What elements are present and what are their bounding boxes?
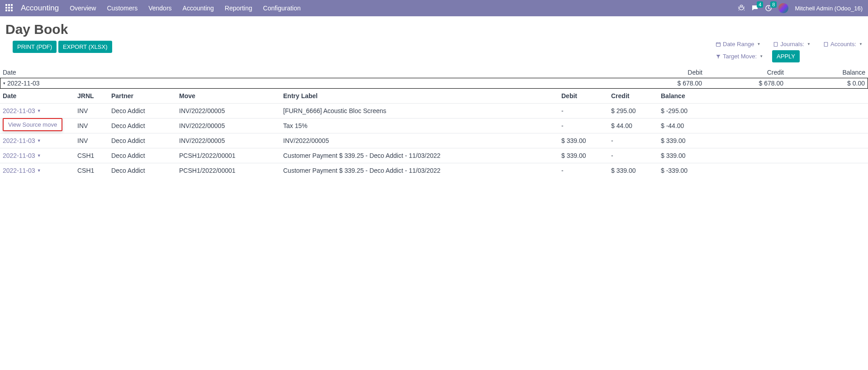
table-row: INVDeco AddictINV/2022/00005Tax 15%-$ 44… xyxy=(0,118,868,133)
row-date-cell: 2022-11-03 ▼ xyxy=(3,167,77,174)
accounts-filter[interactable]: Accounts: xyxy=(823,41,863,47)
row-jrnl: INV xyxy=(77,122,111,129)
navbar: Accounting Overview Customers Vendors Ac… xyxy=(0,0,868,16)
dh-entry: Entry Label xyxy=(283,92,561,100)
row-debit: - xyxy=(561,167,611,174)
row-entry: Tax 15% xyxy=(283,122,561,129)
row-entry: [FURN_6666] Acoustic Bloc Screens xyxy=(283,107,561,114)
nav-customers[interactable]: Customers xyxy=(107,5,138,12)
control-bar: PRINT (PDF) EXPORT (XLSX) Date Range Jou… xyxy=(0,41,868,67)
row-jrnl: INV xyxy=(77,107,111,114)
summary-balance: $ 0.00 xyxy=(783,80,865,87)
journals-label: Journals: xyxy=(780,41,804,47)
accounts-label: Accounts: xyxy=(830,41,856,47)
detail-body: 2022-11-03 ▼View Source moveINVDeco Addi… xyxy=(0,103,868,178)
row-credit: $ 295.00 xyxy=(611,107,661,114)
row-date-link[interactable]: 2022-11-03 ▼ xyxy=(3,107,41,114)
row-partner: Deco Addict xyxy=(111,122,179,129)
apply-button[interactable]: APPLY xyxy=(772,50,800,62)
summary-credit: $ 678.00 xyxy=(702,80,783,87)
buttons-left: PRINT (PDF) EXPORT (XLSX) xyxy=(13,41,112,53)
row-entry: Customer Payment $ 339.25 - Deco Addict … xyxy=(283,167,561,174)
row-move: INV/2022/00005 xyxy=(179,122,283,129)
row-jrnl: CSH1 xyxy=(77,152,111,159)
table-row: 2022-11-03 ▼INVDeco AddictINV/2022/00005… xyxy=(0,133,868,148)
summary-header: Date Debit Credit Balance xyxy=(0,67,868,78)
row-debit: - xyxy=(561,122,611,129)
table-row: 2022-11-03 ▼CSH1Deco AddictPCSH1/2022/00… xyxy=(0,148,868,163)
triangle-down-icon: ▾ xyxy=(3,81,5,85)
user-name[interactable]: Mitchell Admin (Odoo_16) xyxy=(795,5,863,12)
row-entry: INV/2022/00005 xyxy=(283,137,561,144)
row-debit: - xyxy=(561,107,611,114)
filter-icon xyxy=(716,54,721,59)
row-date-cell: 2022-11-03 ▼ xyxy=(3,152,77,159)
nav-right: 4 8 Mitchell Admin (Odoo_16) xyxy=(738,3,863,13)
avatar[interactable] xyxy=(778,3,788,13)
row-balance: $ -44.00 xyxy=(661,122,711,129)
detail-header: Date JRNL Partner Move Entry Label Debit… xyxy=(0,89,868,103)
row-move: PCSH1/2022/00001 xyxy=(179,152,283,159)
nav-reporting[interactable]: Reporting xyxy=(225,5,252,12)
dh-credit: Credit xyxy=(611,92,661,100)
view-source-move-item[interactable]: View Source move xyxy=(4,119,62,130)
row-balance: $ -339.00 xyxy=(661,167,711,174)
row-debit: $ 339.00 xyxy=(561,152,611,159)
bug-icon[interactable] xyxy=(738,5,745,12)
row-balance: $ 339.00 xyxy=(661,137,711,144)
nav-left: Accounting Overview Customers Vendors Ac… xyxy=(5,4,301,13)
journals-filter[interactable]: Journals: xyxy=(773,41,811,47)
row-partner: Deco Addict xyxy=(111,167,179,174)
dh-move: Move xyxy=(179,92,283,100)
nav-accounting[interactable]: Accounting xyxy=(183,5,214,12)
date-range-label: Date Range xyxy=(723,41,754,47)
row-date-link[interactable]: 2022-11-03 ▼ xyxy=(3,167,41,174)
row-jrnl: CSH1 xyxy=(77,167,111,174)
row-date-cell: 2022-11-03 ▼View Source move xyxy=(3,107,77,114)
dh-debit: Debit xyxy=(561,92,611,100)
row-move: PCSH1/2022/00001 xyxy=(179,167,283,174)
dh-partner: Partner xyxy=(111,92,179,100)
activities-icon[interactable]: 8 xyxy=(765,5,772,12)
nav-vendors[interactable]: Vendors xyxy=(148,5,171,12)
apps-icon[interactable] xyxy=(5,4,14,12)
view-source-move-dropdown: View Source move xyxy=(3,118,62,131)
calendar-icon xyxy=(716,42,721,47)
summary-date: 2022-11-03 xyxy=(7,80,40,87)
dh-jrnl: JRNL xyxy=(77,92,111,100)
col-debit: Debit xyxy=(621,69,702,76)
dh-balance: Balance xyxy=(661,92,711,100)
row-date-link[interactable]: 2022-11-03 ▼ xyxy=(3,152,41,159)
messages-icon[interactable]: 4 xyxy=(751,5,759,12)
row-move: INV/2022/00005 xyxy=(179,137,283,144)
row-balance: $ -295.00 xyxy=(661,107,711,114)
row-credit: - xyxy=(611,137,661,144)
row-jrnl: INV xyxy=(77,137,111,144)
row-partner: Deco Addict xyxy=(111,137,179,144)
row-balance: $ 339.00 xyxy=(661,152,711,159)
row-credit: $ 44.00 xyxy=(611,122,661,129)
app-name[interactable]: Accounting xyxy=(21,4,59,13)
summary-debit: $ 678.00 xyxy=(621,80,702,87)
row-partner: Deco Addict xyxy=(111,152,179,159)
row-partner: Deco Addict xyxy=(111,107,179,114)
nav-configuration[interactable]: Configuration xyxy=(263,5,301,12)
col-balance: Balance xyxy=(784,69,865,76)
svg-rect-1 xyxy=(716,43,721,46)
print-pdf-button[interactable]: PRINT (PDF) xyxy=(13,41,57,53)
table-row: 2022-11-03 ▼View Source moveINVDeco Addi… xyxy=(0,103,868,118)
book-icon xyxy=(773,42,778,47)
dh-date: Date xyxy=(3,92,77,100)
nav-overview[interactable]: Overview xyxy=(70,5,96,12)
date-range-filter[interactable]: Date Range xyxy=(716,41,760,47)
messages-badge: 4 xyxy=(757,1,763,8)
row-date-link[interactable]: 2022-11-03 ▼ xyxy=(3,137,41,144)
export-xlsx-button[interactable]: EXPORT (XLSX) xyxy=(58,41,112,53)
row-entry: Customer Payment $ 339.25 - Deco Addict … xyxy=(283,152,561,159)
filters-right: Date Range Journals: Accounts: Target Mo… xyxy=(716,41,863,62)
book-icon xyxy=(823,42,829,47)
summary-date-toggle[interactable]: ▾ 2022-11-03 xyxy=(3,80,621,87)
row-date-cell: 2022-11-03 ▼ xyxy=(3,137,77,144)
page-title: Day Book xyxy=(5,22,863,37)
target-move-filter[interactable]: Target Move: xyxy=(716,53,763,60)
